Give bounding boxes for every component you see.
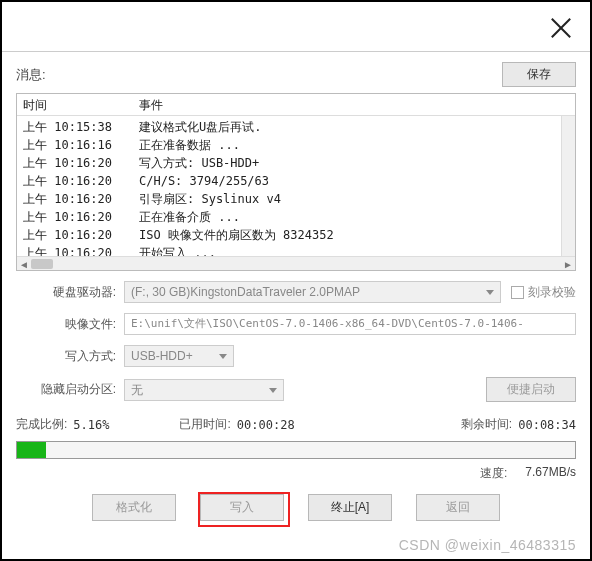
write-button[interactable]: 写入 [200, 494, 284, 521]
hidden-boot-select[interactable]: 无 [124, 379, 284, 401]
log-vscrollbar[interactable] [561, 116, 575, 256]
mode-label: 写入方式: [16, 348, 124, 365]
log-col-event: 事件 [139, 96, 575, 114]
watermark: CSDN @weixin_46483315 [399, 537, 576, 553]
button-row: 格式化 写入 终止[A] 返回 [16, 494, 576, 521]
speed-label: 速度: [480, 465, 507, 482]
image-path-field[interactable]: E:\unif\文件\ISO\CentOS-7.0-1406-x86_64-DV… [124, 313, 576, 335]
progress-bar [16, 441, 576, 459]
titlebar [2, 2, 590, 52]
log-col-time: 时间 [23, 96, 139, 114]
format-button[interactable]: 格式化 [92, 494, 176, 521]
log-row: 上午 10:16:20写入方式: USB-HDD+ [17, 154, 575, 172]
log-row: 上午 10:16:20ISO 映像文件的扇区数为 8324352 [17, 226, 575, 244]
scroll-left-icon[interactable]: ◄ [17, 257, 31, 271]
message-label: 消息: [16, 66, 46, 84]
chevron-down-icon [269, 388, 277, 393]
log-row: 上午 10:16:20引导扇区: Syslinux v4 [17, 190, 575, 208]
percent-value: 5.16% [73, 418, 109, 432]
log-panel: 时间 事件 上午 10:15:38建议格式化U盘后再试. 上午 10:16:16… [16, 93, 576, 271]
speed-value: 7.67MB/s [525, 465, 576, 482]
log-hscrollbar[interactable]: ◄ ► [17, 256, 575, 270]
dialog-content: 消息: 保存 时间 事件 上午 10:15:38建议格式化U盘后再试. 上午 1… [2, 52, 590, 521]
scroll-thumb[interactable] [31, 259, 53, 269]
image-label: 映像文件: [16, 316, 124, 333]
scroll-right-icon[interactable]: ► [561, 257, 575, 271]
log-row: 上午 10:15:38建议格式化U盘后再试. [17, 118, 575, 136]
mode-select[interactable]: USB-HDD+ [124, 345, 234, 367]
hidden-boot-label: 隐藏启动分区: [16, 381, 124, 398]
drive-select[interactable]: (F:, 30 GB)KingstonDataTraveler 2.0PMAP [124, 281, 501, 303]
abort-button[interactable]: 终止[A] [308, 494, 392, 521]
log-body: 上午 10:15:38建议格式化U盘后再试. 上午 10:16:16正在准备数据… [17, 116, 575, 262]
progress-stats: 完成比例: 5.16% 已用时间: 00:00:28 剩余时间: 00:08:3… [16, 416, 576, 433]
remain-label: 剩余时间: [461, 416, 512, 433]
log-row: 上午 10:16:20正在准备介质 ... [17, 208, 575, 226]
percent-label: 完成比例: [16, 416, 67, 433]
elapsed-label: 已用时间: [179, 416, 230, 433]
progress-fill [17, 442, 46, 458]
convenient-boot-button[interactable]: 便捷启动 [486, 377, 576, 402]
elapsed-value: 00:00:28 [237, 418, 295, 432]
chevron-down-icon [219, 354, 227, 359]
drive-label: 硬盘驱动器: [16, 284, 124, 301]
close-icon[interactable] [550, 17, 572, 39]
chevron-down-icon [486, 290, 494, 295]
remain-value: 00:08:34 [518, 418, 576, 432]
log-row: 上午 10:16:20C/H/S: 3794/255/63 [17, 172, 575, 190]
save-button[interactable]: 保存 [502, 62, 576, 87]
back-button[interactable]: 返回 [416, 494, 500, 521]
log-row: 上午 10:16:16正在准备数据 ... [17, 136, 575, 154]
verify-checkbox[interactable]: 刻录校验 [511, 284, 576, 301]
